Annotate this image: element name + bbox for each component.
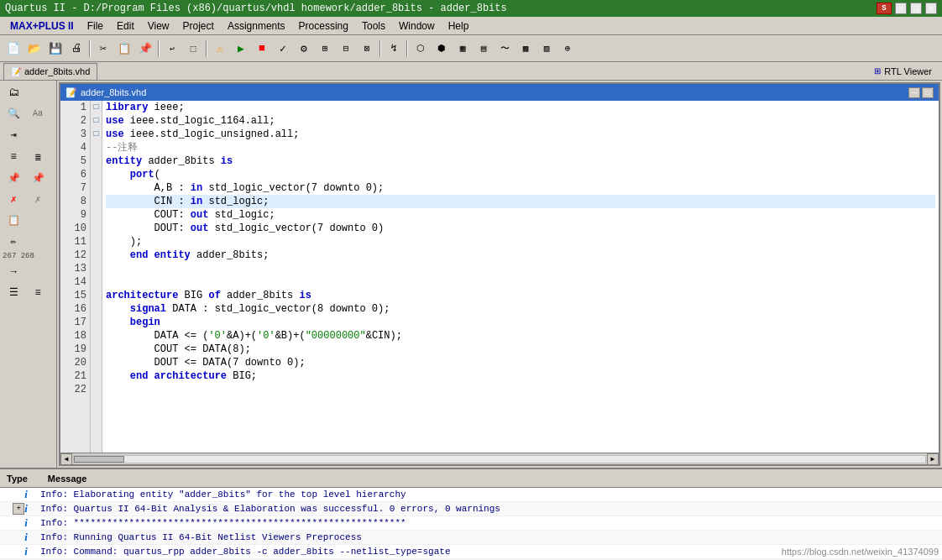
sidebar-btn-aa[interactable]: Aa: [26, 103, 50, 123]
message-text: Info: Elaborating entity "adder_8bits" f…: [40, 489, 939, 500]
tb-sep3: [206, 40, 207, 57]
tb-sep4: [379, 40, 381, 57]
tb-more1[interactable]: ▩: [515, 39, 536, 59]
sidebar-btn-clip[interactable]: 📋: [2, 210, 25, 230]
sidebar-btn-arrow[interactable]: →: [2, 262, 25, 282]
tb-new[interactable]: 📄: [3, 39, 24, 59]
watermark: https://blog.csdn.net/weixin_41374099: [782, 547, 939, 557]
sidebar-btn-pencil[interactable]: ✏: [2, 231, 25, 251]
h-scroll-track[interactable]: [73, 455, 926, 463]
tb-prog[interactable]: ↯: [384, 39, 404, 59]
tb-more3[interactable]: ⊕: [557, 39, 578, 59]
menu-edit[interactable]: Edit: [110, 18, 141, 34]
sougou-icon[interactable]: S: [877, 3, 892, 14]
tb-open[interactable]: 📂: [24, 39, 44, 59]
menu-view[interactable]: View: [141, 18, 176, 34]
scroll-left-btn[interactable]: ◀: [60, 453, 72, 465]
tb-analyze[interactable]: ⚙: [294, 39, 314, 59]
sidebar-btn-search[interactable]: 🔍: [2, 103, 25, 123]
tb-chip[interactable]: ▤: [474, 39, 494, 59]
sidebar-btn-align2[interactable]: ≡: [26, 283, 50, 303]
code-container[interactable]: 12345678910111213141516171819202122 □□□ …: [60, 101, 939, 453]
tb-copy[interactable]: 📋: [114, 39, 134, 59]
menu-processing[interactable]: Processing: [292, 18, 355, 34]
rtl-tab-label: RTL Viewer: [884, 66, 932, 76]
h-scrollbar: ◀ ▶: [60, 453, 939, 464]
menu-maxplus[interactable]: MAX+PLUS II: [3, 18, 81, 34]
menu-bar: MAX+PLUS II File Edit View Project Assig…: [0, 17, 942, 35]
tb-timing[interactable]: ⊠: [357, 39, 377, 59]
menu-help[interactable]: Help: [442, 18, 476, 34]
info-icon: i: [24, 516, 28, 530]
title-close-btn[interactable]: ✕: [925, 3, 937, 14]
tb-save[interactable]: 💾: [45, 39, 65, 59]
tb-stop[interactable]: ■: [252, 39, 272, 59]
toolbar: 📄 📂 💾 🖨 ✂ 📋 📌 ↩ ⬚ ⚠ ▶ ■ ✓ ⚙ ⊞ ⊟ ⊠ ↯ ⬡ ⬢ …: [0, 35, 942, 62]
tb-warn[interactable]: ⚠: [210, 39, 230, 59]
title-minimize-btn[interactable]: ─: [895, 3, 907, 14]
tb-rtl[interactable]: ⬡: [411, 39, 431, 59]
sidebar-btn-x1[interactable]: ✗: [2, 189, 25, 209]
file-tab[interactable]: 📝 adder_8bits.vhd: [3, 63, 97, 80]
message-text: Info: Running Quartus II 64-Bit Netlist …: [40, 532, 939, 542]
msg-type-cell: i: [3, 545, 37, 558]
info-icon: i: [24, 545, 28, 558]
tb-select[interactable]: ⬚: [183, 39, 203, 59]
editor-maximize-btn[interactable]: □: [922, 87, 934, 98]
editor-minimize-btn[interactable]: ─: [908, 87, 920, 98]
bottom-header: Type Message: [0, 469, 942, 488]
col-type-header: Type: [3, 474, 31, 484]
sidebar-btn-pin2[interactable]: 📌: [26, 168, 50, 188]
code-content[interactable]: library ieee;use ieee.std_logic_1164.all…: [102, 101, 939, 453]
sidebar-btn-x2[interactable]: ✗: [26, 189, 50, 209]
tb-compile[interactable]: ▶: [231, 39, 251, 59]
editor-title: adder_8bits.vhd: [81, 87, 146, 97]
tb-more2[interactable]: ▨: [536, 39, 557, 59]
rtl-tab[interactable]: ⊞ RTL Viewer: [867, 66, 939, 76]
menu-project[interactable]: Project: [176, 18, 221, 34]
tab-bar: 📝 adder_8bits.vhd ⊞ RTL Viewer: [0, 62, 942, 81]
collapse-markers: □□□: [91, 101, 102, 453]
info-icon: i: [24, 531, 28, 544]
editor-title-bar: 📝 adder_8bits.vhd ─ □: [60, 84, 939, 101]
message-row: iInfo: Elaborating entity "adder_8bits" …: [0, 488, 942, 502]
msg-type-cell: +i: [3, 502, 37, 516]
message-row: +iInfo: Quartus II 64-Bit Analysis & Ela…: [0, 502, 942, 516]
tb-asm[interactable]: ⊟: [336, 39, 356, 59]
sidebar-btn-hierarchy[interactable]: 🗂: [2, 82, 25, 102]
menu-file[interactable]: File: [81, 18, 110, 34]
sidebar-btn-indent[interactable]: ⇥: [2, 124, 25, 144]
title-maximize-btn[interactable]: □: [910, 3, 922, 14]
tb-cut[interactable]: ✂: [93, 39, 113, 59]
tb-paste[interactable]: 📌: [135, 39, 155, 59]
msg-type-cell: i: [3, 516, 37, 530]
scroll-right-btn[interactable]: ▶: [927, 453, 939, 465]
sidebar-btn-indent2[interactable]: ≣: [26, 147, 50, 167]
h-scroll-thumb[interactable]: [74, 456, 124, 463]
sidebar-btn-pin1[interactable]: 📌: [2, 168, 25, 188]
main-area: 🗂 🔍 Aa ⇥ ≡ ≣ 📌 📌 ✗ ✗ 📋 ✏ 267 268: [0, 81, 942, 468]
tb-sig[interactable]: 〜: [495, 39, 515, 59]
tb-tech[interactable]: ⬢: [432, 39, 452, 59]
msg-type-cell: i: [3, 488, 37, 501]
tb-fit[interactable]: ⊞: [315, 39, 335, 59]
tb-sep1: [89, 40, 91, 57]
tb-floorplan[interactable]: ▦: [453, 39, 473, 59]
tb-undo[interactable]: ↩: [162, 39, 182, 59]
menu-assignments[interactable]: Assignments: [221, 18, 292, 34]
editor-title-controls: ─ □: [908, 87, 934, 98]
line-counter-display: 267 268: [2, 252, 35, 261]
title-bar-controls: S ─ □ ✕: [877, 3, 937, 14]
menu-window[interactable]: Window: [392, 18, 442, 34]
sidebar-btn-align1[interactable]: ☰: [2, 283, 25, 303]
tb-print[interactable]: 🖨: [66, 39, 86, 59]
expand-btn[interactable]: +: [13, 503, 24, 515]
col-message-header: Message: [44, 474, 90, 484]
sidebar-btn-template[interactable]: ≡: [2, 147, 25, 167]
tb-check[interactable]: ✓: [273, 39, 293, 59]
title-bar: Quartus II - D:/Program Files (x86)/quar…: [0, 0, 942, 17]
editor-window: 📝 adder_8bits.vhd ─ □ 123456789101112131…: [59, 82, 940, 466]
msg-type-cell: i: [3, 531, 37, 544]
message-row: iInfo: Running Quartus II 64-Bit Netlist…: [0, 531, 942, 545]
menu-tools[interactable]: Tools: [355, 18, 392, 34]
